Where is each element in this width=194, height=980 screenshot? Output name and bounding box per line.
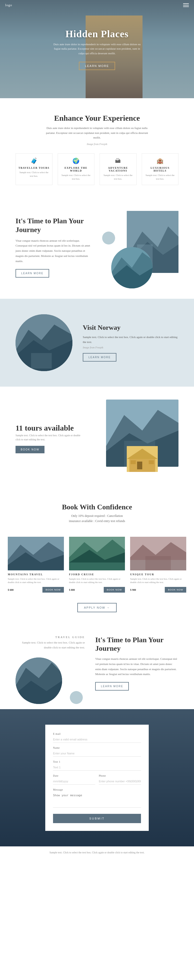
tour-card-mountains: MOUNTAINS TRAVEL Sample text. Click to s… [8, 537, 64, 593]
email-field-wrap: E mail [53, 732, 141, 743]
norway-section: Visit Norway Sample text. Click to selec… [0, 299, 194, 387]
name-input[interactable] [53, 750, 141, 757]
confidence-section: Book With Confidence Only 10% deposit re… [0, 490, 194, 529]
submit-button[interactable]: SUBMIT [53, 814, 141, 823]
tours-text: 11 tours available Sample text. Click to… [16, 423, 85, 453]
tours-body: Sample text. Click to select the text bo… [16, 433, 85, 442]
enhance-section: Enhance Your Experience Duis aute irure … [0, 98, 194, 196]
header: logo [0, 0, 194, 10]
date-input[interactable] [53, 778, 95, 784]
enhance-credit: Image from Freepik [16, 143, 178, 145]
travel-guide-desc: Sample text. Click to select the text bo… [16, 640, 85, 650]
plan-title: It's Time to Plan Your Journey [16, 216, 92, 234]
logo: logo [5, 3, 12, 7]
traveller-text: Sample text. Click to select the text bo… [18, 171, 50, 178]
svg-rect-27 [69, 562, 125, 570]
text1-field-wrap: Text 1 [53, 760, 141, 771]
phone-field-wrap: Phone [99, 774, 141, 784]
enhance-title: Enhance Your Experience [16, 114, 178, 123]
norway-desc: Sample text. Click to select the text bo… [83, 335, 178, 344]
fjord-label: FJORD CRUISE [69, 573, 125, 576]
hero-text: Duis aute irure dolor in reprehenderit i… [53, 42, 141, 56]
contact-section: E mail Name Text 1 Date Phone Message SU… [0, 709, 194, 846]
unique-footer: $ 900 BOOK NOW [130, 587, 186, 593]
tours-number: 11 tours available [16, 423, 85, 433]
traveller-title: TRAVELLER TOURS [18, 166, 50, 169]
explore-text: Sample text. Click to select the text bo… [61, 174, 92, 181]
unique-label: UNIQUE TOUR [130, 573, 186, 576]
mountains-price-value: 600 [10, 589, 14, 591]
norway-title: Visit Norway [83, 324, 178, 332]
text1-input[interactable] [53, 764, 141, 771]
unique-book-button[interactable]: BOOK NOW [165, 587, 186, 593]
hero-learn-more-button[interactable]: LEARN MORE [79, 62, 115, 70]
fjord-footer: $ 800 BOOK NOW [69, 587, 125, 593]
plan-small-circle [102, 232, 115, 245]
name-label: Name [53, 746, 141, 749]
travel-guide-title: It's Time to Plan Your Journey [95, 635, 178, 653]
message-field-wrap: Message [53, 788, 141, 809]
plan-section: It's Time to Plan Your Journey Vitae con… [0, 196, 194, 299]
plan-learn-more-button[interactable]: LEARN MORE [16, 269, 49, 278]
phone-input[interactable] [99, 778, 141, 784]
feature-traveller-tours[interactable]: 🧳 TRAVELLER TOURS Sample text. Click to … [16, 153, 53, 185]
feature-explore-world[interactable]: 🌍 EXPLORE THE WORLD Sample text. Click t… [58, 153, 95, 185]
date-phone-row: Date Phone [53, 774, 141, 784]
tour-card-unique: UNIQUE TOUR Sample text. Click to select… [130, 537, 186, 593]
unique-price-value: 900 [132, 589, 136, 591]
unique-text: Sample text. Click to select the text bo… [130, 578, 186, 584]
hotels-icon: 🏨 [144, 158, 176, 164]
apply-row: APPLY NOW → [0, 598, 194, 622]
adventure-icon: 🏔 [103, 158, 134, 164]
date-label: Date [53, 774, 95, 777]
norway-learn-more-button[interactable]: LEARN MORE [83, 353, 116, 361]
contact-form: E mail Name Text 1 Date Phone Message SU… [45, 725, 149, 831]
unique-card-image [130, 537, 186, 570]
traveller-icon: 🧳 [18, 158, 50, 164]
fjord-book-button[interactable]: BOOK NOW [104, 587, 125, 593]
hero-title: Hidden Places [53, 28, 141, 40]
hero-section: Hidden Places Duis aute irure dolor in r… [0, 0, 194, 98]
norway-circle-image [16, 314, 72, 371]
travel-guide-left: TRAVEL GUIDE Sample text. Click to selec… [16, 635, 85, 704]
hotels-title: LUXURIOUS HOTELS [144, 166, 176, 172]
travel-guide-label: TRAVEL GUIDE [16, 635, 85, 639]
adventure-text: Sample text. Click to select the text bo… [103, 174, 134, 181]
mountains-card-image [8, 537, 64, 570]
name-field-wrap: Name [53, 746, 141, 757]
footer-note-text: Sample text. Click to select the text bo… [50, 851, 144, 854]
message-input[interactable] [53, 792, 141, 808]
explore-title: EXPLORE THE WORLD [61, 166, 92, 172]
hotels-text: Sample text. Click to select the text bo… [144, 174, 176, 181]
fjord-price: $ 800 [69, 588, 75, 592]
fjord-price-value: 800 [71, 589, 75, 591]
norway-text: Visit Norway Sample text. Click to selec… [83, 324, 178, 361]
confidence-title: Book With Confidence [16, 503, 178, 511]
email-input[interactable] [53, 736, 141, 743]
apply-now-button[interactable]: APPLY NOW → [77, 603, 117, 612]
phone-label: Phone [99, 774, 141, 777]
travel-guide-right: It's Time to Plan Your Journey Vitae con… [95, 635, 178, 690]
mountains-text: Sample text. Click to select the text bo… [8, 578, 64, 584]
hero-content: Hidden Places Duis aute irure dolor in r… [53, 28, 141, 70]
message-label: Message [53, 788, 141, 791]
features-grid: 🧳 TRAVELLER TOURS Sample text. Click to … [16, 153, 178, 185]
plan-image-area [102, 211, 178, 283]
mountains-book-button[interactable]: BOOK NOW [42, 587, 64, 593]
travel-guide-text: Vitae congue mauris rhoncus aenean vel e… [95, 656, 178, 677]
tours-book-now-button[interactable]: BOOK NOW [16, 446, 45, 453]
unique-price: $ 900 [130, 588, 136, 592]
fjord-text: Sample text. Click to select the text bo… [69, 578, 125, 584]
confidence-desc: Only 10% deposit required : Cancellation… [16, 513, 178, 524]
feature-adventure[interactable]: 🏔 ADVENTURE VACATIONS Sample text. Click… [99, 153, 136, 185]
svg-rect-20 [149, 460, 154, 464]
hamburger-menu[interactable] [183, 3, 189, 7]
travel-guide-learn-more-button[interactable]: LEARN MORE [95, 682, 129, 690]
feature-luxurious-hotels[interactable]: 🏨 LUXURIOUS HOTELS Sample text. Click to… [142, 153, 179, 185]
enhance-desc: Duis aute irure dolor in reprehenderit i… [43, 126, 151, 140]
travel-guide-circle-image [16, 657, 62, 704]
travel-guide-small-circle [70, 691, 83, 704]
svg-rect-18 [137, 461, 142, 469]
tours-image-area [95, 399, 178, 477]
svg-rect-19 [131, 460, 136, 464]
